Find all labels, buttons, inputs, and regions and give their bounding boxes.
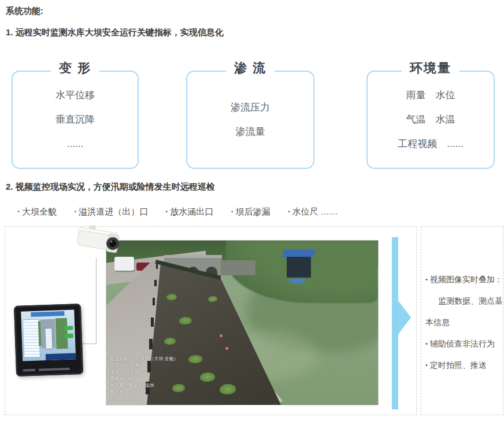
monitor-screen-button: [64, 334, 73, 338]
bullet-icon: •: [425, 361, 428, 368]
panel-item: 水平位移: [55, 83, 95, 108]
bullet-icon: ·: [288, 206, 291, 216]
note-line: •定时拍照、推送: [425, 354, 501, 376]
panel-deformation-title: 变 形: [51, 61, 99, 76]
panel-item: 垂直沉降: [55, 108, 95, 132]
fence-post: [156, 264, 158, 269]
connector-line-vertical: [96, 258, 97, 344]
monitor-screen: [21, 309, 76, 361]
photo-overlay-text: 站点名称: ＊＊水库（大坝 全貌） 坝高 374.62米 水位: 373.83米…: [110, 356, 179, 402]
reservoir-photo: 站点名称: ＊＊水库（大坝 全貌） 坝高 374.62米 水位: 373.83米…: [106, 240, 379, 405]
bullet-icon: ·: [165, 206, 168, 216]
panel-environment-title: 环境量: [402, 61, 459, 76]
bullet-icon: ·: [17, 206, 20, 216]
panel-item: 渗流压力: [231, 95, 270, 120]
bullet-icon: •: [425, 276, 428, 283]
panel-item: ......: [67, 132, 83, 156]
flow-arrow-icon: [392, 237, 398, 409]
bullet-icon: •: [425, 340, 428, 347]
monitor-screen-statusbar: [46, 353, 76, 360]
flow-arrow-head-icon: [398, 301, 411, 334]
list-item: ·放水涵出口: [165, 206, 213, 216]
video-feature-notes: •视频图像实时叠加： 监测数据、测点基 本信息 •辅助侦查非法行为 •定时拍照、…: [425, 269, 501, 376]
panel-seepage-title: 渗 流: [226, 61, 275, 76]
note-line: •辅助侦查非法行为: [425, 333, 501, 354]
monitor-screen-titlebar: [31, 311, 65, 317]
fence-post: [149, 339, 153, 349]
fence-post: [154, 280, 157, 286]
panel-item: 气温 水温: [406, 108, 455, 132]
bullet-icon: ·: [74, 206, 77, 216]
note-line: 本信息: [425, 312, 501, 333]
list-item: ·大坝全貌: [17, 206, 57, 216]
panel-item: 渗流量: [236, 120, 265, 144]
panel-deformation: 变 形 水平位移 垂直沉降 ......: [12, 71, 139, 169]
monitor-brand-mark: [23, 368, 70, 372]
monitor-screen-button: [64, 326, 73, 330]
monitor-screen-table: [23, 319, 40, 359]
list-item: ·水位尺 ……: [288, 206, 338, 216]
panel-item: 雨量 水位: [406, 83, 455, 108]
note-line: 监测数据、测点基: [425, 290, 501, 312]
hmi-monitor-icon: [14, 304, 83, 376]
panel-seepage: 渗 流 渗流压力 渗流量: [186, 71, 314, 169]
cctv-camera-icon: [74, 226, 128, 261]
camera-locations-list: ·大坝全貌 ·溢洪道进（出）口 ·放水涵出口 ·坝后渗漏 ·水位尺 ……: [17, 206, 353, 217]
panel-item: 工程视频 ......: [398, 132, 463, 156]
section2-heading: 2. 视频监控现场实况，方便汛期或险情发生时远程巡检: [6, 182, 215, 193]
section1-heading: 1. 远程实时监测水库大坝安全运行关键指标，实现信息化: [6, 27, 224, 38]
monitor-screen-dam-image: [40, 319, 56, 349]
fence-post: [153, 298, 155, 305]
connector-line-horizontal: [81, 344, 97, 344]
page: 系统功能: 1. 远程实时监测水库大坝安全运行关键指标，实现信息化 变 形 水平…: [0, 0, 504, 421]
list-item: ·坝后渗漏: [231, 206, 270, 216]
list-item: ·溢洪道进（出）口: [74, 206, 148, 216]
page-title: 系统功能:: [6, 6, 43, 17]
note-line: •视频图像实时叠加：: [425, 269, 501, 290]
bullet-icon: ·: [231, 206, 234, 216]
panel-environment: 环境量 雨量 水位 气温 水温 工程视频 ......: [366, 71, 495, 169]
fence-post: [151, 317, 154, 327]
